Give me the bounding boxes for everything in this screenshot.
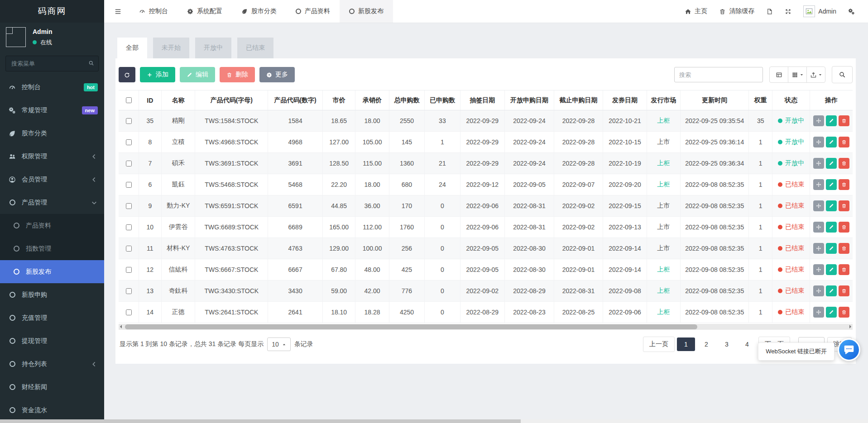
table-row[interactable]: 7碩禾TWS:3691:STOCK3691128.50115.001360212… — [119, 153, 853, 174]
row-checkbox[interactable] — [126, 139, 132, 145]
row-checkbox[interactable] — [126, 182, 132, 188]
detail-view-button[interactable] — [769, 67, 788, 83]
delete-row-button[interactable] — [839, 264, 849, 275]
delete-row-button[interactable] — [839, 137, 849, 147]
sidebar-item-ipo-subscribe[interactable]: 新股申购 — [0, 283, 104, 306]
move-row-button[interactable] — [813, 222, 824, 233]
row-checkbox[interactable] — [126, 118, 132, 124]
topnav-item-ipo-publish[interactable]: 新股发布 — [340, 0, 393, 23]
edit-row-button[interactable] — [826, 285, 837, 296]
row-checkbox[interactable] — [126, 161, 132, 166]
delete-row-button[interactable] — [839, 200, 849, 211]
add-button[interactable]: 添加 — [140, 67, 175, 82]
delete-row-button[interactable] — [839, 179, 849, 190]
delete-row-button[interactable] — [839, 307, 849, 318]
tab-open[interactable]: 开放中 — [195, 38, 231, 58]
move-row-button[interactable] — [813, 285, 824, 296]
tab-not-started[interactable]: 未开始 — [153, 38, 189, 58]
row-checkbox[interactable] — [126, 246, 132, 252]
move-row-button[interactable] — [813, 307, 824, 318]
sidebar-item-position-list[interactable]: 持仓列表 — [0, 352, 104, 375]
sidebar-item-withdraw-admin[interactable]: 提现管理 — [0, 329, 104, 352]
select-all-checkbox[interactable] — [126, 97, 132, 103]
page-scrollbar-thumb[interactable] — [0, 419, 521, 423]
page-button-1[interactable]: 1 — [677, 337, 695, 351]
move-row-button[interactable] — [813, 200, 824, 211]
sidebar-search-input[interactable] — [5, 56, 99, 71]
topnav-item-dashboard[interactable]: 控制台 — [129, 0, 177, 23]
tab-all[interactable]: 全部 — [117, 38, 147, 58]
sidebar-item-product-info[interactable]: 产品资料 — [0, 214, 104, 237]
refresh-button[interactable] — [119, 67, 135, 82]
table-row[interactable]: 12信紘科TWS:6667:STOCK666767.8048.004250202… — [119, 259, 853, 280]
topnav-item-product-info[interactable]: 产品资料 — [286, 0, 340, 23]
edit-row-button[interactable] — [826, 158, 837, 169]
columns-button[interactable] — [788, 67, 807, 83]
delete-row-button[interactable] — [839, 222, 849, 233]
horizontal-scrollbar[interactable] — [119, 324, 853, 330]
delete-button[interactable]: 删除 — [220, 67, 255, 82]
table-row[interactable]: 6凱鈺TWS:5468:STOCK546822.2018.00680242022… — [119, 174, 853, 195]
scroll-left-arrow-icon[interactable] — [120, 325, 122, 328]
fullscreen-button[interactable] — [779, 0, 797, 23]
edit-row-button[interactable] — [826, 115, 837, 126]
clear-cache-link[interactable]: 清除缓存 — [713, 0, 760, 23]
sidebar-item-ipo-publish[interactable]: 新股发布 — [0, 260, 104, 283]
more-button[interactable]: 更多 — [259, 67, 295, 82]
edit-button[interactable]: 编辑 — [180, 67, 215, 82]
sidebar-item-general-admin[interactable]: 常规管理new — [0, 99, 104, 122]
sidebar-item-member-admin[interactable]: 会员管理 — [0, 168, 104, 191]
topnav-item-system-config[interactable]: 系统配置 — [177, 0, 232, 23]
delete-row-button[interactable] — [839, 158, 849, 169]
table-search-input[interactable] — [674, 67, 763, 82]
settings-button[interactable] — [842, 0, 861, 23]
move-row-button[interactable] — [813, 243, 824, 254]
edit-row-button[interactable] — [826, 179, 837, 190]
row-checkbox[interactable] — [126, 309, 132, 315]
sidebar-item-market-category[interactable]: 股市分类 — [0, 122, 104, 145]
export-button[interactable] — [806, 67, 825, 83]
page-button-2[interactable]: 2 — [697, 337, 715, 351]
table-row[interactable]: 11材料-KYTWS:4763:STOCK4763129.00100.00256… — [119, 238, 853, 259]
table-row[interactable]: 10伊雲谷TWG:6689:STOCK6689165.00112.0017600… — [119, 217, 853, 238]
move-row-button[interactable] — [813, 137, 824, 147]
edit-row-button[interactable] — [826, 307, 837, 318]
row-checkbox[interactable] — [126, 267, 132, 273]
table-row[interactable]: 13奇鈦科TWG:3430:STOCK343059.0042.007760202… — [119, 280, 853, 302]
scroll-right-arrow-icon[interactable] — [849, 325, 851, 328]
page-button-4[interactable]: 4 — [738, 337, 756, 351]
logs-button[interactable] — [760, 0, 779, 23]
row-checkbox[interactable] — [126, 203, 132, 209]
edit-row-button[interactable] — [826, 243, 837, 254]
delete-row-button[interactable] — [839, 115, 849, 126]
page-size-dropdown[interactable]: 10 — [267, 337, 291, 351]
sidebar-item-dashboard[interactable]: 控制台hot — [0, 76, 104, 99]
page-prev-button[interactable]: 上一页 — [643, 337, 675, 352]
delete-row-button[interactable] — [839, 285, 849, 296]
page-horizontal-scrollbar[interactable] — [0, 419, 868, 423]
row-checkbox[interactable] — [126, 224, 132, 230]
page-button-3[interactable]: 3 — [718, 337, 736, 351]
sidebar-item-finance-news[interactable]: 财经新闻 — [0, 375, 104, 399]
table-search-button[interactable] — [832, 66, 853, 83]
home-link[interactable]: 主页 — [679, 0, 713, 23]
sidebar-item-permission-admin[interactable]: 权限管理 — [0, 145, 104, 168]
scrollbar-thumb[interactable] — [125, 324, 697, 329]
sidebar-item-fund-flow[interactable]: 资金流水 — [0, 399, 104, 422]
row-checkbox[interactable] — [126, 288, 132, 294]
chat-widget-button[interactable] — [838, 338, 860, 361]
brand-logo[interactable]: 码商网 — [0, 0, 104, 23]
edit-row-button[interactable] — [826, 222, 837, 233]
table-row[interactable]: 8立積TWS:4968:STOCK4968127.00105.001451202… — [119, 132, 853, 153]
move-row-button[interactable] — [813, 264, 824, 275]
edit-row-button[interactable] — [826, 200, 837, 211]
edit-row-button[interactable] — [826, 264, 837, 275]
sidebar-toggle-button[interactable] — [106, 8, 129, 15]
move-row-button[interactable] — [813, 115, 824, 126]
move-row-button[interactable] — [813, 158, 824, 169]
delete-row-button[interactable] — [839, 243, 849, 254]
move-row-button[interactable] — [813, 179, 824, 190]
sidebar-item-recharge-admin[interactable]: 充值管理 — [0, 306, 104, 329]
table-row[interactable]: 14正德TWS:2641:STOCK264118.1018.2842500202… — [119, 302, 853, 323]
sidebar-item-product-admin[interactable]: 产品管理 — [0, 191, 104, 214]
